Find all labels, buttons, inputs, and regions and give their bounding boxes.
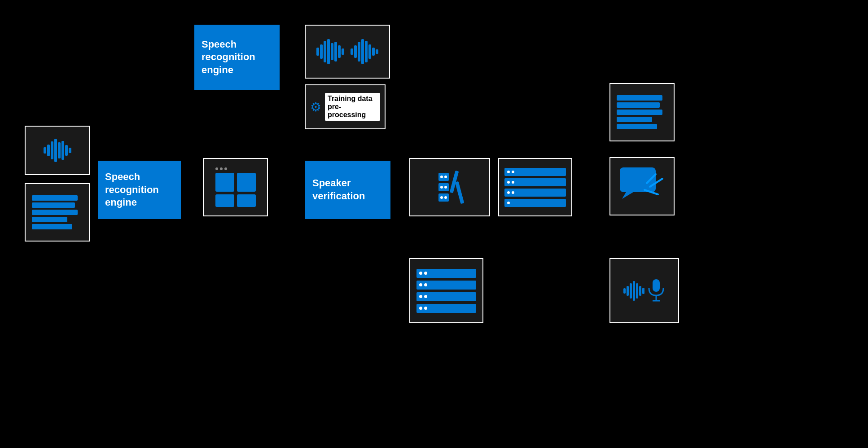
- doc-top-right-icon: [610, 89, 674, 136]
- win-app-card: [203, 158, 268, 216]
- speaker-verification-card: Speaker verification: [305, 161, 390, 219]
- speech-recognition-top-card: Speech recognition engine: [194, 25, 280, 90]
- speech-recognition-mid-card: Speech recognition engine: [98, 161, 181, 219]
- doc-left-icon: [26, 189, 89, 236]
- doc-left-card: [25, 183, 90, 242]
- server-bottom-card: [409, 258, 483, 323]
- waveform-top-icon: [312, 35, 383, 69]
- svg-marker-1: [622, 191, 633, 199]
- speaker-verification-label: Speaker verification: [305, 172, 390, 207]
- server-tools-icon: [434, 166, 466, 208]
- gear-icon: ⚙: [310, 100, 321, 114]
- speech-recognition-mid-label: Speech recognition engine: [98, 166, 181, 214]
- waveform-mid-icon: [39, 134, 76, 167]
- training-data-label: Training data pre-processing: [325, 93, 380, 121]
- chat-icon: [613, 161, 671, 212]
- doc-top-right-card: [609, 83, 675, 141]
- server-bottom-icon: [410, 263, 482, 319]
- waveform-top-card: [305, 25, 390, 79]
- server-plain-icon: [499, 163, 571, 212]
- server-tools-card: [409, 158, 490, 216]
- mic-waveform-card: [609, 258, 679, 323]
- training-data-card: ⚙ Training data pre-processing: [305, 84, 386, 129]
- chat-card: [609, 157, 675, 215]
- server-plain-card: [498, 158, 572, 216]
- speech-recognition-top-label: Speech recognition engine: [194, 34, 280, 81]
- mic-waveform-icon: [619, 273, 670, 309]
- win-app-icon: [211, 163, 260, 211]
- svg-rect-5: [653, 279, 660, 292]
- waveform-mid-card: [25, 126, 90, 175]
